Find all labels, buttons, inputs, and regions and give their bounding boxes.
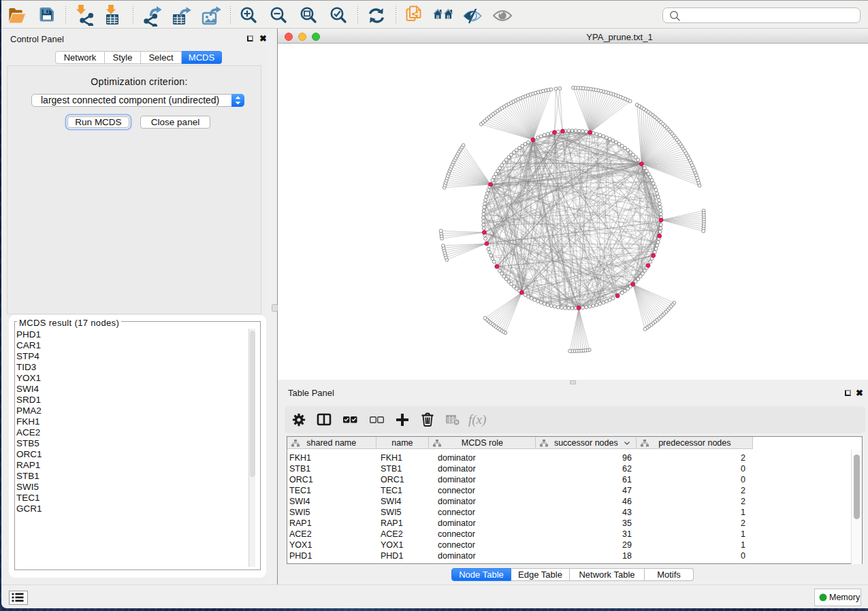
svg-text:f(x): f(x) [468,412,486,427]
